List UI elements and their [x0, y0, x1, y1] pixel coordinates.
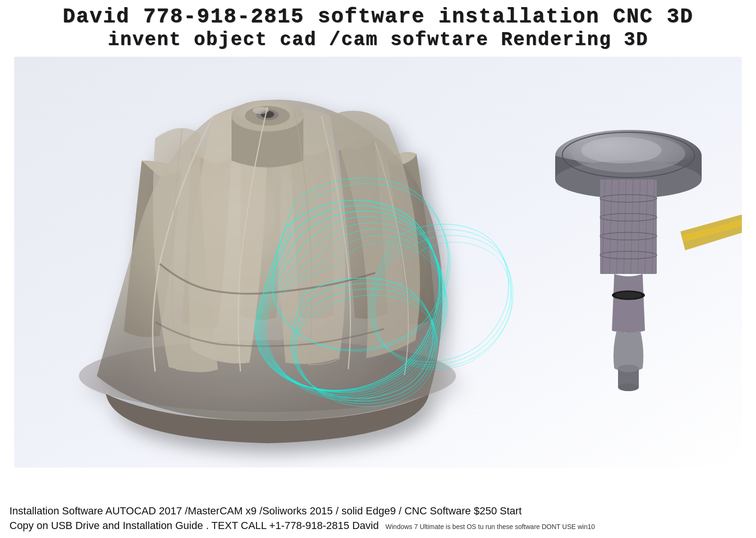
bottom-line1: Installation Software AUTOCAD 2017 /Mast… [9, 504, 747, 519]
svg-point-14 [581, 137, 662, 163]
title-line2: invent object cad /cam sofwtare Renderin… [0, 29, 756, 51]
svg-point-29 [615, 292, 642, 299]
main-cad-svg [14, 57, 742, 468]
page-wrapper: David 778-918-2815 software installation… [0, 0, 756, 538]
main-image-area: X Mastercam File Edit View Analyze Creat… [14, 57, 742, 468]
bottom-line2-main: Copy on USB Drive and Installation Guide… [9, 520, 379, 531]
top-title-area: David 778-918-2815 software installation… [0, 5, 756, 51]
bottom-line2: Copy on USB Drive and Installation Guide… [9, 519, 747, 533]
svg-point-31 [618, 365, 639, 372]
title-line1: David 778-918-2815 software installation… [0, 5, 756, 28]
svg-rect-15 [600, 179, 657, 274]
svg-point-32 [618, 384, 639, 391]
bottom-line2-small: Windows 7 Ultimate is best OS tu run the… [386, 523, 595, 530]
bottom-text-area: Installation Software AUTOCAD 2017 /Mast… [9, 504, 747, 533]
